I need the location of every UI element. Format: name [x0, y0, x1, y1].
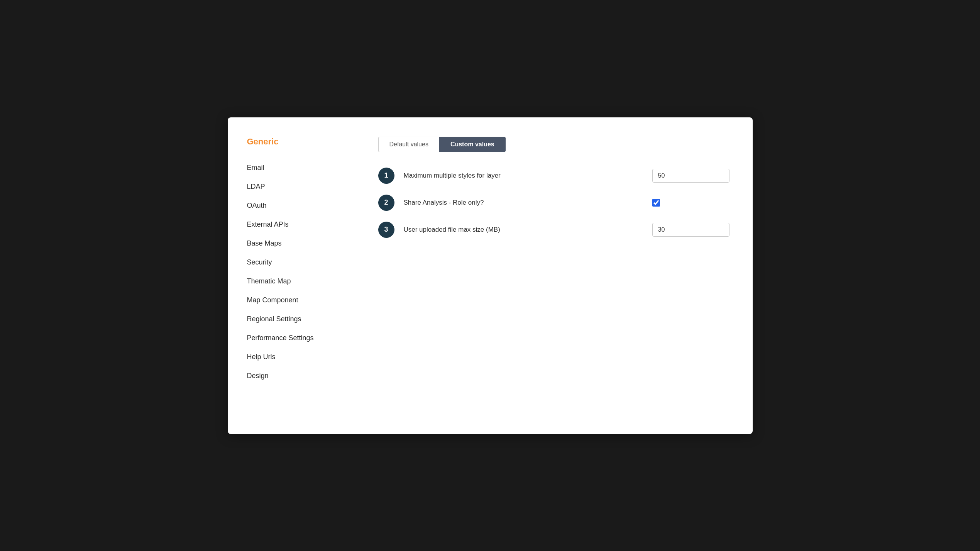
sidebar-item-security[interactable]: Security	[247, 253, 332, 272]
sidebar-item-help-urls[interactable]: Help Urls	[247, 348, 332, 366]
setting-label-1: Maximum multiple styles for layer	[404, 172, 643, 180]
setting-row-3: 3 User uploaded file max size (MB)	[378, 222, 729, 238]
setting-input-max-file-size[interactable]	[652, 223, 729, 237]
sidebar-item-ldap[interactable]: LDAP	[247, 177, 332, 196]
tab-custom-values[interactable]: Custom values	[439, 137, 506, 152]
app-window: Generic Email LDAP OAuth External APIs B…	[228, 117, 753, 434]
sidebar: Generic Email LDAP OAuth External APIs B…	[228, 117, 355, 434]
step-badge-3: 3	[378, 222, 394, 238]
sidebar-item-thematic-map[interactable]: Thematic Map	[247, 272, 332, 291]
setting-row-1: 1 Maximum multiple styles for layer	[378, 168, 729, 184]
step-badge-1: 1	[378, 168, 394, 184]
setting-row-2: 2 Share Analysis - Role only?	[378, 195, 729, 211]
sidebar-item-regional-settings[interactable]: Regional Settings	[247, 310, 332, 329]
setting-input-max-styles[interactable]	[652, 169, 729, 183]
setting-checkbox-share-analysis[interactable]	[652, 199, 660, 207]
checkbox-wrapper	[652, 199, 729, 207]
sidebar-title: Generic	[247, 137, 332, 147]
main-content: Default values Custom values 1 Maximum m…	[355, 117, 753, 434]
settings-list: 1 Maximum multiple styles for layer 2 Sh…	[378, 168, 729, 238]
sidebar-item-map-component[interactable]: Map Component	[247, 291, 332, 310]
setting-label-3: User uploaded file max size (MB)	[404, 226, 643, 234]
sidebar-item-oauth[interactable]: OAuth	[247, 196, 332, 215]
setting-label-2: Share Analysis - Role only?	[404, 199, 643, 207]
sidebar-item-email[interactable]: Email	[247, 158, 332, 177]
sidebar-item-external-apis[interactable]: External APIs	[247, 215, 332, 234]
sidebar-item-base-maps[interactable]: Base Maps	[247, 234, 332, 253]
sidebar-item-design[interactable]: Design	[247, 366, 332, 385]
sidebar-item-performance-settings[interactable]: Performance Settings	[247, 329, 332, 348]
tab-default-values[interactable]: Default values	[378, 137, 439, 152]
step-badge-2: 2	[378, 195, 394, 211]
tab-bar: Default values Custom values	[378, 137, 729, 152]
